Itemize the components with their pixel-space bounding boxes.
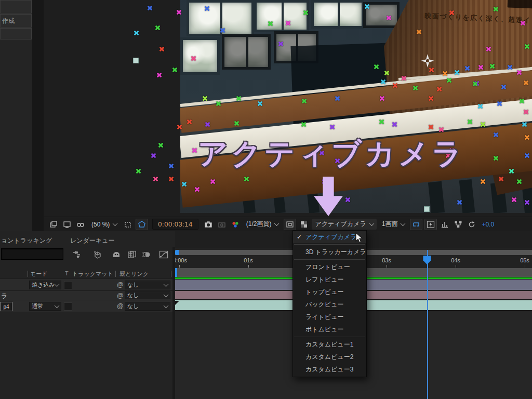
column-t[interactable]: T bbox=[65, 270, 69, 276]
reset-exposure-icon[interactable] bbox=[466, 219, 477, 230]
window bbox=[363, 2, 400, 28]
tracker-button-top[interactable] bbox=[0, 0, 32, 14]
window bbox=[180, 37, 220, 75]
blend-mode-value: 焼き込み bbox=[32, 281, 55, 289]
parent-pickwhip-icon[interactable]: @ bbox=[117, 281, 124, 288]
layer-row-2[interactable]: ラ @ なし bbox=[0, 290, 172, 301]
monitor-icon[interactable] bbox=[61, 219, 73, 230]
parent-dropdown[interactable]: なし bbox=[125, 291, 170, 299]
column-parent-link[interactable]: 親とリンク bbox=[119, 270, 149, 278]
tab-render-queue[interactable]: レンダーキュー bbox=[70, 236, 114, 245]
track-matte-well[interactable] bbox=[64, 302, 72, 311]
3d-view-dropdown[interactable]: アクティブカメラ bbox=[312, 219, 376, 230]
channel-rgb-icon[interactable] bbox=[230, 219, 241, 230]
parent-value: なし bbox=[127, 281, 139, 289]
layer-columns-header: モード T トラックマット 親とリンク bbox=[0, 270, 172, 278]
wall-logo bbox=[508, 0, 532, 9]
3d-view-value: アクティブカメラ bbox=[315, 220, 366, 229]
after-effects-window: 作成 映画づくりを広く深く、超速イ bbox=[0, 0, 532, 399]
parent-value: なし bbox=[127, 291, 139, 299]
draft-3d-icon[interactable] bbox=[91, 249, 104, 260]
frame-blend-icon[interactable] bbox=[126, 249, 138, 260]
exposure-value[interactable]: +0.0 bbox=[482, 221, 494, 228]
blend-mode-value: 通常 bbox=[32, 302, 43, 310]
column-mode[interactable]: モード bbox=[30, 270, 48, 278]
resolution-dropdown[interactable]: (1/2画質) bbox=[243, 219, 282, 230]
parent-dropdown[interactable]: なし bbox=[125, 302, 170, 311]
bench-leg bbox=[459, 179, 475, 213]
create-button[interactable]: 作成 bbox=[0, 14, 32, 28]
comp-in-point-marker bbox=[175, 268, 177, 277]
camera-menu-item[interactable]: バックビュー bbox=[293, 298, 366, 311]
track-matte-well[interactable] bbox=[64, 281, 72, 289]
magnification-dropdown[interactable]: (50 %) bbox=[88, 220, 120, 229]
tracker-button-bottom[interactable] bbox=[0, 28, 32, 39]
mouse-cursor bbox=[355, 232, 364, 247]
blend-mode-dropdown[interactable]: 通常 bbox=[29, 302, 61, 311]
current-time-display[interactable]: 0:00:03:14 bbox=[152, 219, 198, 230]
timeline-search-input[interactable] bbox=[1, 248, 63, 260]
motion-blur-icon[interactable] bbox=[140, 249, 153, 260]
wall-slogan-text: 映画づくりを広く深く、超速イ bbox=[424, 11, 531, 25]
column-separator bbox=[115, 271, 116, 277]
camera-menu-item[interactable]: カスタムビュー1 bbox=[293, 338, 366, 351]
layer-row-1[interactable]: 焼き込み @ なし bbox=[0, 278, 172, 291]
camera-menu-item[interactable]: カスタムビュー3 bbox=[293, 363, 366, 376]
panel-divider bbox=[32, 0, 44, 231]
window bbox=[311, 0, 364, 29]
composition-viewer[interactable]: 映画づくりを広く深く、超速イ bbox=[44, 0, 532, 217]
parent-pickwhip-icon[interactable]: @ bbox=[117, 302, 124, 310]
column-track-matte[interactable]: トラックマット bbox=[72, 270, 113, 278]
camera-menu-item[interactable]: レフトビュー bbox=[293, 273, 366, 286]
graph-editor-icon[interactable] bbox=[157, 249, 170, 260]
menu-item-label: カスタムビュー2 bbox=[305, 353, 353, 362]
chevron-down-icon bbox=[401, 221, 406, 226]
shy-layers-icon[interactable] bbox=[110, 249, 123, 260]
menu-item-label: レフトビュー bbox=[305, 275, 343, 284]
view-layout-dropdown[interactable]: 1画面 bbox=[379, 219, 408, 230]
blend-mode-dropdown[interactable]: 焼き込み bbox=[29, 281, 61, 289]
always-preview-icon[interactable] bbox=[48, 219, 59, 230]
snapshot-icon[interactable] bbox=[203, 219, 214, 230]
viewer-toolbar: (50 %) 0:00:03:14 (1/2画質) アクティブカメラ 1画面 bbox=[44, 217, 532, 231]
menu-item-label: バックビュー bbox=[305, 300, 343, 309]
parent-value: なし bbox=[127, 302, 139, 310]
column-separator bbox=[171, 271, 171, 277]
timeline-panel-icon[interactable] bbox=[439, 219, 450, 230]
chevron-down-icon bbox=[113, 221, 118, 226]
flowchart-icon[interactable] bbox=[453, 219, 464, 230]
camera-menu-item[interactable]: トップビュー bbox=[293, 286, 366, 298]
resolution-value: (1/2画質) bbox=[246, 220, 272, 229]
share-view-options-icon[interactable] bbox=[410, 219, 422, 230]
tab-motion-tracking[interactable]: ョントラッキング bbox=[1, 236, 52, 245]
layer-label-badge: p4 bbox=[0, 302, 12, 311]
layer-row-3[interactable]: p4 通常 @ なし bbox=[0, 300, 172, 312]
camera-menu-item[interactable]: カスタムビュー2 bbox=[293, 351, 366, 363]
parent-dropdown[interactable]: なし bbox=[125, 281, 170, 289]
show-snapshot-icon[interactable] bbox=[216, 219, 228, 230]
target-region-icon[interactable] bbox=[284, 219, 296, 230]
checkmark-icon: ✓ bbox=[297, 233, 302, 241]
window bbox=[222, 34, 271, 70]
camera-menu-item[interactable]: 3D トラッカーカメラ bbox=[293, 246, 366, 258]
selection-handle[interactable] bbox=[133, 58, 139, 63]
menu-item-label: トップビュー bbox=[305, 288, 343, 297]
camera-menu-item[interactable]: フロントビュー bbox=[293, 261, 366, 273]
selection-handle[interactable] bbox=[424, 206, 430, 212]
callout-label: アクティブカメラ bbox=[186, 134, 477, 174]
menu-item-label: ボトムビュー bbox=[305, 325, 343, 334]
transparency-grid-icon[interactable] bbox=[298, 219, 310, 230]
chevron-down-icon bbox=[369, 221, 374, 226]
playhead-line[interactable] bbox=[427, 250, 428, 399]
mini-flowchart-icon[interactable] bbox=[71, 249, 83, 260]
stereo-3d-icon[interactable] bbox=[75, 219, 86, 230]
mask-visibility-icon[interactable] bbox=[136, 219, 148, 230]
camera-menu-item[interactable]: ボトムビュー bbox=[293, 323, 366, 336]
camera-menu-item[interactable]: ライトビュー bbox=[293, 311, 366, 323]
menu-item-label: カスタムビュー1 bbox=[305, 340, 353, 349]
region-of-interest-icon[interactable] bbox=[122, 219, 134, 230]
parent-pickwhip-icon[interactable]: @ bbox=[117, 291, 124, 299]
view-layout-value: 1画面 bbox=[382, 220, 398, 229]
fast-previews-icon[interactable] bbox=[424, 219, 437, 230]
menu-item-label: 3D トラッカーカメラ bbox=[305, 248, 366, 257]
